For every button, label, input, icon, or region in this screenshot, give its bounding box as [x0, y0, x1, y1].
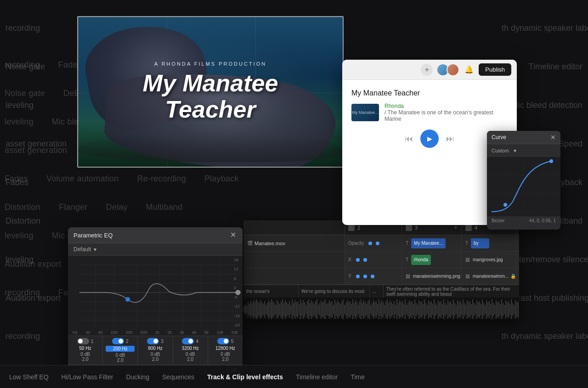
curve-preset[interactable]: Custom ▼	[487, 144, 560, 157]
tl-y-label: Y	[348, 274, 351, 279]
tl-manateeswimming: manateeswimming.png	[413, 274, 460, 279]
svg-rect-76	[347, 300, 348, 319]
svg-rect-155	[456, 305, 457, 314]
eq-band-5-switch[interactable]	[217, 338, 229, 344]
curve-close-button[interactable]: ✕	[550, 134, 556, 141]
eq-band-3-toggle: 3	[141, 338, 170, 344]
svg-rect-63	[329, 300, 330, 319]
svg-rect-10	[256, 299, 257, 319]
svg-rect-179	[489, 301, 490, 318]
svg-rect-198	[515, 300, 516, 319]
db-label-0: 0	[234, 286, 240, 290]
left-sidebar-labels: recording Noise gate leveling asset gene…	[0, 0, 71, 365]
svg-rect-40	[297, 301, 298, 318]
nav-item-low-shelf[interactable]: Low Shelf EQ	[9, 373, 49, 381]
svg-rect-92	[369, 299, 370, 319]
tl-x-label: X	[348, 257, 351, 262]
svg-rect-52	[314, 304, 315, 315]
curve-preset-arrow: ▼	[513, 148, 517, 153]
eq-band-1-num: 1	[91, 339, 94, 344]
eq-band-2-gain: 0 dB	[106, 353, 135, 358]
video-subtitle: A RHONDA FILMS PRODUCTION	[143, 61, 278, 67]
nav-item-ducking[interactable]: Ducking	[126, 373, 149, 381]
svg-rect-42	[300, 299, 301, 319]
svg-rect-11	[257, 301, 258, 318]
add-button[interactable]: +	[421, 64, 433, 76]
eq-band-1-switch[interactable]	[77, 338, 89, 344]
eq-band-4-switch[interactable]	[182, 338, 194, 344]
nav-item-sequences[interactable]: Sequences	[162, 373, 194, 381]
publish-button[interactable]: Publish	[479, 63, 511, 76]
svg-rect-95	[373, 300, 374, 319]
eq-bands: 1 50 Hz 0 dB 2.0 2 200 Hz 0 dB 2.0 3 800…	[68, 336, 243, 365]
svg-rect-90	[366, 304, 367, 315]
svg-point-225	[549, 159, 553, 163]
svg-rect-86	[361, 299, 362, 319]
tl-t-icon: T	[406, 241, 408, 246]
nav-item-hilow[interactable]: Hi/Low Pass Filter	[62, 373, 113, 381]
play-button[interactable]: ▶	[420, 129, 439, 148]
eq-band-2-switch[interactable]	[112, 338, 124, 344]
svg-rect-65	[332, 301, 333, 318]
svg-rect-21	[271, 299, 272, 319]
svg-rect-171	[478, 302, 479, 317]
skip-forward-button[interactable]: ⏭	[446, 134, 454, 144]
tl-r2-c1	[243, 252, 345, 268]
eq-preset-selector[interactable]: Default ▼	[68, 243, 243, 256]
tl-r3-c2: Y	[345, 268, 402, 284]
svg-rect-75	[345, 303, 346, 316]
eq-band-1: 1 50 Hz 0 dB 2.0	[68, 336, 103, 365]
tl-landscape-icon: 🖼	[465, 258, 469, 262]
thumb-label: My Manatee...	[352, 110, 378, 115]
svg-rect-71	[340, 304, 341, 315]
nav-item-timeline[interactable]: Timeline editor	[296, 373, 338, 381]
eq-band-5-gain: 0 dB	[211, 352, 240, 357]
skip-back-button[interactable]: ⏮	[405, 134, 413, 144]
svg-rect-189	[503, 303, 503, 316]
svg-rect-108	[391, 302, 392, 317]
eq-band-2-width: 2.0	[106, 358, 135, 363]
nav-item-track-clip[interactable]: Track & Clip level effects	[207, 373, 283, 381]
svg-rect-30	[283, 303, 284, 316]
svg-rect-197	[514, 305, 514, 314]
svg-rect-175	[483, 303, 484, 316]
eq-window: Parametric EQ ✕ Default ▼	[68, 227, 243, 374]
svg-rect-46	[305, 305, 306, 314]
eq-band-3-switch[interactable]	[147, 338, 159, 344]
svg-rect-128	[418, 300, 419, 319]
svg-rect-7	[252, 303, 253, 316]
nav-item-time[interactable]: Time	[351, 373, 365, 381]
subtitle-row: the ocean's We're going to discuss its m…	[243, 285, 519, 298]
tl-col-label-2: 3	[415, 225, 418, 231]
tl-landscape-icon3: 🖼	[465, 274, 469, 279]
svg-rect-107	[390, 300, 390, 319]
curve-info: Bezier 44, 0, 0.56, 1	[487, 216, 560, 225]
left-label-recording2: recording	[0, 328, 71, 345]
bell-icon[interactable]: 🔔	[463, 64, 475, 76]
eq-band-1-gain: 0 dB	[71, 352, 100, 357]
svg-rect-93	[370, 305, 371, 314]
keyframe-dot	[376, 242, 379, 245]
svg-rect-70	[339, 302, 339, 317]
eq-band-4-width: 2.0	[176, 357, 205, 362]
bg-text-item: Playback	[204, 174, 239, 184]
svg-rect-20	[270, 302, 271, 317]
eq-close-button[interactable]: ✕	[229, 231, 237, 239]
svg-rect-172	[479, 301, 480, 318]
svg-rect-106	[388, 303, 389, 316]
eq-band-2-num: 2	[126, 339, 129, 344]
svg-rect-112	[396, 299, 397, 319]
tl-r3-c4: 🖼 manateeswimm... 🔒	[462, 268, 517, 284]
left-label-asset-gen: asset generation	[0, 135, 71, 152]
left-label-noise-gate: Noise gate	[0, 58, 71, 75]
svg-rect-33	[288, 304, 288, 315]
video-preview-window: A RHONDA FILMS PRODUCTION My ManateeTeac…	[77, 16, 344, 168]
eq-band-2-freq[interactable]: 200 Hz	[106, 346, 135, 352]
svg-rect-28	[281, 301, 282, 318]
timeline-row-1: 🎬 Manatee.mov Opacity T My Manatee... T …	[243, 235, 519, 252]
eq-band-4-gain: 0 dB	[176, 352, 205, 357]
svg-rect-101	[381, 300, 382, 319]
svg-rect-78	[350, 301, 351, 318]
eq-band-5-num: 5	[231, 339, 234, 344]
db-label-n18: -18	[234, 314, 240, 318]
